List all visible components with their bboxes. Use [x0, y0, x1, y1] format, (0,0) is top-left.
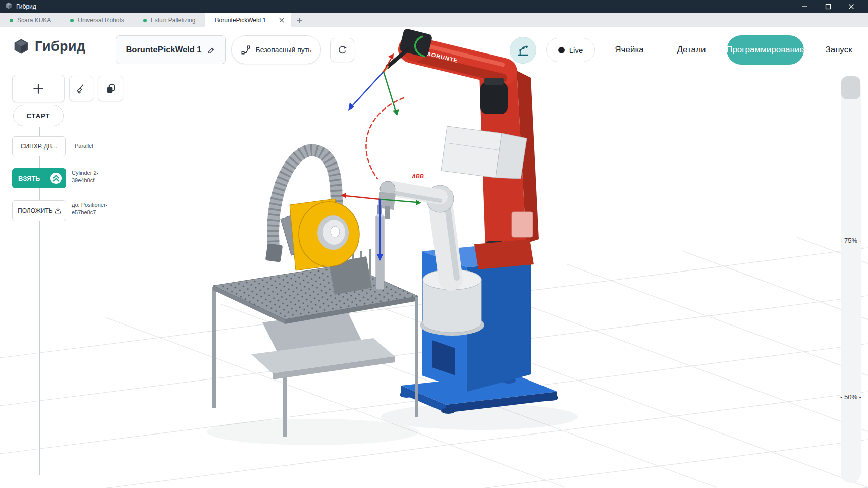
- tab-label: BoruntePickWeld 1: [214, 17, 266, 24]
- brand-logo-icon: [13, 38, 29, 55]
- program-start-node[interactable]: СТАРТ: [13, 105, 64, 126]
- place-icon: [54, 207, 62, 214]
- tab-borunte-pickweld[interactable]: BoruntePickWeld 1: [205, 13, 291, 27]
- plus-icon: [32, 83, 44, 95]
- refresh-view-button[interactable]: [330, 38, 354, 62]
- route-icon: [241, 45, 251, 55]
- safe-path-label: Безопасный путь: [256, 46, 312, 54]
- tab-bar: Scara KUKA Universal Robots Estun Pallet…: [0, 13, 868, 27]
- robot-view-button[interactable]: [510, 37, 536, 64]
- add-step-button[interactable]: [12, 75, 65, 102]
- tab-estun-palletizing[interactable]: Estun Palletizing: [134, 13, 205, 27]
- tab-label: Estun Palletizing: [151, 17, 196, 24]
- window-controls: [793, 0, 863, 13]
- nav-cell[interactable]: Ячейка: [605, 44, 654, 56]
- new-tab-button[interactable]: [291, 13, 308, 27]
- table-leg: [415, 297, 418, 417]
- tab-status-dot: [10, 19, 13, 22]
- zoom-mark-75: - 75% -: [833, 237, 868, 244]
- nav-programming[interactable]: Программирование: [727, 35, 804, 65]
- abb-label: ABB: [411, 173, 424, 179]
- tab-label: Universal Robots: [78, 17, 124, 24]
- step-place-note: до: Positioner-e57be8c7: [72, 201, 120, 216]
- nav-parts[interactable]: Детали: [667, 44, 716, 56]
- tab-universal-robots[interactable]: Universal Robots: [61, 13, 133, 27]
- minimize-button[interactable]: [793, 0, 817, 13]
- chevron-double-up-icon: [49, 172, 63, 185]
- zoom-slider-handle[interactable]: [841, 76, 860, 99]
- live-status-dot: [558, 47, 565, 53]
- step-sync-move-note: Parallel: [75, 142, 93, 150]
- window-title: Гибрид: [16, 3, 36, 10]
- tab-status-dot: [70, 19, 74, 22]
- zoom-slider-track[interactable]: [841, 76, 861, 483]
- app-brand: Гибрид: [13, 38, 86, 55]
- copy-program-button[interactable]: [98, 76, 123, 101]
- app-logo-icon: [5, 2, 12, 11]
- safe-path-button[interactable]: Безопасный путь: [231, 35, 321, 64]
- tab-label: Scara KUKA: [17, 17, 51, 24]
- live-toggle[interactable]: Live: [546, 38, 595, 62]
- refresh-view-icon: [337, 45, 347, 55]
- step-place-label: ПОЛОЖИТЬ: [18, 207, 53, 214]
- app-window: Гибрид Scara KUKA Universal Robots Estun…: [0, 0, 868, 488]
- viewport: ABB BORUNTE: [0, 27, 868, 488]
- tab-scara-kuka[interactable]: Scara KUKA: [0, 13, 61, 27]
- tab-status-dot: [143, 19, 147, 22]
- copy-icon: [105, 83, 116, 94]
- live-label: Live: [569, 46, 583, 55]
- tab-close-icon[interactable]: [278, 17, 285, 24]
- maximize-button[interactable]: [817, 0, 840, 13]
- close-button[interactable]: [840, 0, 863, 13]
- step-pick[interactable]: ВЗЯТЬ: [12, 168, 66, 188]
- project-name-button[interactable]: BoruntePickWeld 1: [116, 35, 226, 64]
- welding-table[interactable]: [212, 249, 418, 437]
- zoom-mark-50: - 50% -: [833, 393, 868, 401]
- titlebar: Гибрид: [0, 0, 868, 13]
- table-shadow: [207, 419, 419, 445]
- robot-arm-icon: [516, 43, 530, 57]
- brand-name: Гибрид: [35, 39, 86, 55]
- step-pick-label: ВЗЯТЬ: [18, 175, 40, 182]
- edit-pencil-icon: [207, 46, 215, 54]
- broom-icon: [76, 83, 87, 94]
- step-sync-move[interactable]: СИНХР. ДВ...: [12, 136, 66, 156]
- step-pick-note: Cylinder 2-39e4b0cf: [72, 169, 115, 184]
- clear-program-button[interactable]: [69, 76, 93, 101]
- scene-3d[interactable]: ABB BORUNTE: [0, 27, 868, 488]
- step-place[interactable]: ПОЛОЖИТЬ: [12, 200, 66, 221]
- nav-run[interactable]: Запуск: [815, 44, 863, 56]
- project-name: BoruntePickWeld 1: [126, 45, 201, 55]
